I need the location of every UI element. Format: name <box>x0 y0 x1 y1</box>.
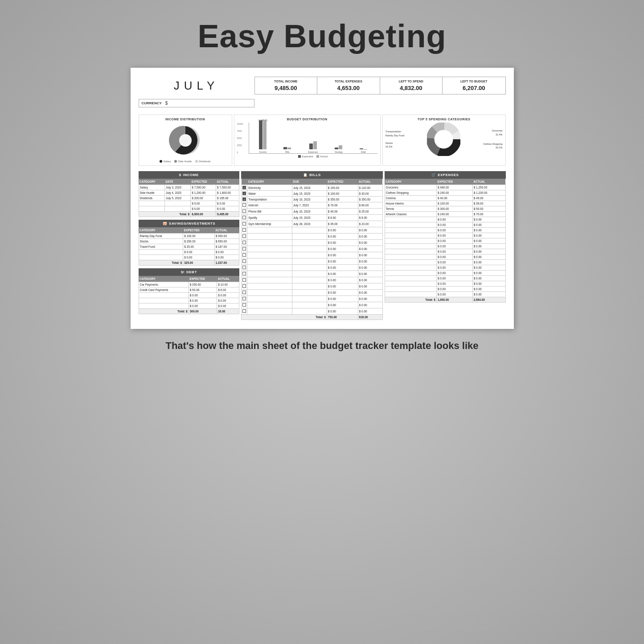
debt-col-actual: ACTUAL <box>217 276 239 282</box>
savings-header-bar: 🐷 SAVINGS/INVESTMENTS <box>139 220 240 227</box>
svg-point-8 <box>436 131 452 148</box>
bar-chart-area: 9,465.00 Income Bills <box>249 123 377 154</box>
income-row: DividendsJuly 5, 2023$ 200.00$ 185.00 <box>139 196 239 201</box>
bills-row: ✓TransportationJuly 10, 2023$ 350.00$ 35… <box>242 197 382 202</box>
income-col-expected: EXPECTED <box>191 179 216 185</box>
debt-total-actual: 16.00 <box>217 309 239 314</box>
bills-bar-label: Bills <box>285 151 289 153</box>
expenses-bar-expected <box>309 144 313 149</box>
summary-value-expenses: 4,653.00 <box>321 85 376 91</box>
bills-row: SpotifyJuly 15, 2023$ 8.00$ 8.00 <box>242 215 382 221</box>
main-tables-row: $ INCOME CATEGORY DATE EXPECTED ACTUAL S… <box>139 171 506 320</box>
bills-row: ✓ElectricityJuly 15, 2023$ 150.00$ 120.0… <box>242 185 382 191</box>
debt-header-label: DEBT <box>186 270 197 274</box>
bills-row: $ 0.00$ 0.00 <box>242 308 382 315</box>
bills-header-bar: 📋 BILLS <box>241 171 382 179</box>
bar-savings: Savings <box>335 145 343 153</box>
left-column: $ INCOME CATEGORY DATE EXPECTED ACTUAL S… <box>139 171 240 320</box>
bills-total-label: Total: $ <box>242 315 327 320</box>
expenses-row: $ 0.00$ 0.00 <box>385 281 505 287</box>
bar-debt: Debt <box>360 148 367 153</box>
page-title: Easy Budgeting <box>197 18 446 54</box>
income-header-label: INCOME <box>183 173 199 177</box>
expenses-row: $ 0.00$ 0.00 <box>385 238 505 244</box>
expenses-total-expected: 1,900.00 <box>436 297 472 303</box>
income-row: Side HustleJuly 4, 2023$ 1,200.00$ 1,800… <box>139 190 239 196</box>
income-total-expected: 8,900.00 <box>191 212 216 217</box>
expenses-col-category: CATEGORY <box>385 179 436 185</box>
bills-row: $ 0.00$ 0.00 <box>242 271 382 277</box>
dividends-dot <box>195 160 198 163</box>
legend-salary: Salary <box>160 160 171 163</box>
debt-icon: $! <box>181 270 185 274</box>
bills-row: $ 0.00$ 0.00 <box>242 302 382 308</box>
savings-total-label: Total: $ <box>139 260 183 266</box>
bills-row: InternetJuly 7, 2023$ 70.00$ 80.00 <box>242 202 382 209</box>
budget-sheet: JULY TOTAL INCOME 9,485.00 TOTAL EXPENSE… <box>131 68 514 329</box>
expenses-header-label: EXPENSES <box>438 173 459 177</box>
expenses-bar-actual <box>313 141 317 149</box>
currency-row: CURRENCY $ <box>139 99 254 107</box>
month-section: JULY <box>139 77 254 94</box>
bills-bar-expected <box>283 147 287 149</box>
debt-header-bar: $! DEBT <box>139 268 240 276</box>
bills-row: $ 0.00$ 0.00 <box>242 265 382 271</box>
expenses-col-expected: EXPECTED <box>436 179 472 185</box>
debt-section: $! DEBT CATEGORY EXPECTED ACTUAL Car Pay… <box>139 268 240 314</box>
income-col-actual: ACTUAL <box>216 179 239 185</box>
bills-icon: 📋 <box>303 173 308 177</box>
bills-col-expected: EXPECTED <box>327 179 358 185</box>
expenses-row: $ 0.00$ 0.00 <box>385 292 505 297</box>
debt-bar-label: Debt <box>361 151 366 153</box>
expenses-row: $ 0.00$ 0.00 <box>385 222 505 228</box>
expenses-total-actual: 2,684.00 <box>472 297 505 303</box>
savings-col-expected: EXPECTED <box>183 227 214 234</box>
bills-row: $ 0.00$ 0.00 <box>242 234 382 240</box>
budget-dist-chart: BUDGET DISTRIBUTION 10000 7500 5000 2500… <box>234 115 381 166</box>
currency-value: $ <box>165 101 168 106</box>
summary-label-left-spend: LEFT TO SPEND <box>384 80 439 83</box>
bills-col-check <box>242 179 247 185</box>
debt-row: Car Payments$ 250.00$ 10.00 <box>139 282 239 287</box>
actual-legend-dot <box>316 155 319 158</box>
expenses-total-label: Total: $ <box>385 297 436 303</box>
donut-container: Transportation Raindy Day Fund Stocks 16… <box>386 123 503 156</box>
debt-col-expected: EXPECTED <box>189 276 217 282</box>
salary-dot <box>160 160 162 163</box>
pie-container: Salary Side Hustle Dividends <box>142 123 229 163</box>
savings-table: CATEGORY EXPECTED ACTUAL Raindy Day Fund… <box>139 227 240 266</box>
expenses-row: $ 0.00$ 0.00 <box>385 228 505 233</box>
sidehustle-dot <box>174 160 177 163</box>
top5-title: TOP 5 SPENDING CATEGORIES <box>386 118 503 121</box>
savings-row: Raindy Day Fund$ 100.00$ 500.00 <box>139 234 239 239</box>
income-total-actual: 9,485.00 <box>216 212 239 217</box>
income-icon: $ <box>179 173 181 177</box>
bar-bills: Bills <box>283 147 291 153</box>
expenses-row: $ 0.00$ 0.00 <box>385 249 505 254</box>
income-row: $ 0.00$ 0.00 <box>139 201 239 206</box>
bills-row: $ 0.00$ 0.00 <box>242 283 382 290</box>
top5-chart: TOP 5 SPENDING CATEGORIES Transportation… <box>382 115 506 166</box>
summary-box-expenses: TOTAL EXPENSES 4,653.00 <box>317 77 380 94</box>
income-bar-expected <box>259 120 263 149</box>
savings-row: $ 0.00$ 0.00 <box>139 255 239 260</box>
expected-legend-dot <box>298 155 301 158</box>
income-dist-chart: INCOME DISTRIBUTION Salary <box>139 115 232 166</box>
income-row: SalaryJuly 3, 2023$ 7,500.00$ 7,500.00 <box>139 185 239 190</box>
bills-total-expected: 753.00 <box>327 315 358 320</box>
bills-col-actual: ACTUAL <box>358 179 382 185</box>
debt-table: CATEGORY EXPECTED ACTUAL Car Payments$ 2… <box>139 276 240 314</box>
summary-box-left-spend: LEFT TO SPEND 4,832.00 <box>380 77 443 94</box>
savings-icon: 🐷 <box>163 222 168 226</box>
debt-row: $ 0.00$ 0.00 <box>139 298 239 304</box>
bills-row: Gym MembershipJuly 28, 2023$ 35.00$ 23.0… <box>242 221 382 227</box>
savings-total-actual: 1,337.00 <box>214 260 239 266</box>
bar-expenses: Expenses <box>308 141 318 153</box>
summary-label-income: TOTAL INCOME <box>258 80 314 83</box>
income-table: CATEGORY DATE EXPECTED ACTUAL SalaryJuly… <box>139 179 240 217</box>
savings-row: $ 0.00$ 0.00 <box>139 250 239 255</box>
summary-value-left-budget: 6,207.00 <box>446 85 502 91</box>
expenses-row: $ 0.00$ 0.00 <box>385 244 505 249</box>
bills-section: 📋 BILLS CATEGORY DUE EXPECTED ACTUAL ✓El… <box>241 171 382 320</box>
expenses-row: Tennis$ 300.00$ 50.00 <box>385 206 505 212</box>
